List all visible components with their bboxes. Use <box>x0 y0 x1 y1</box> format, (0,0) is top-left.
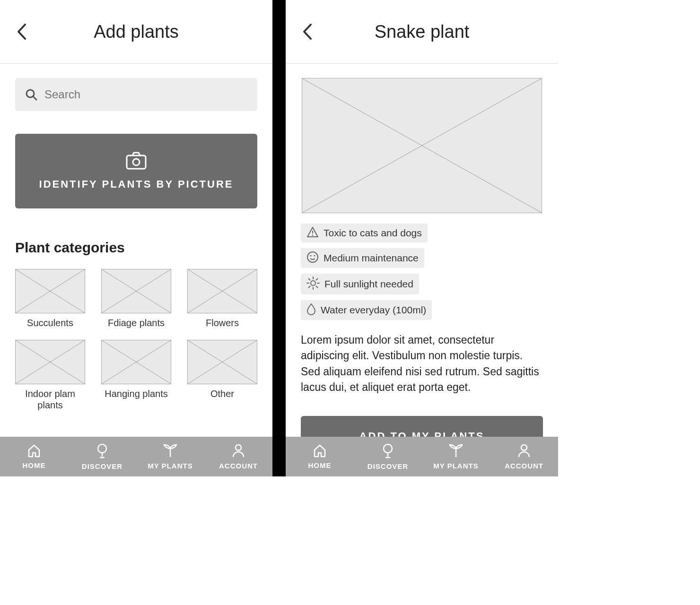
home-icon <box>27 444 41 459</box>
category-label: Flowers <box>206 317 239 328</box>
person-icon <box>518 444 530 460</box>
category-image-placeholder <box>15 340 85 384</box>
nav-item-account[interactable]: ACCOUNT <box>204 437 272 476</box>
nav-label: MY PLANTS <box>148 462 192 470</box>
bulb-icon <box>382 443 394 460</box>
nav-label: HOME <box>23 461 46 469</box>
svg-point-28 <box>311 281 315 285</box>
nav-item-my-plants[interactable]: MY PLANTS <box>422 437 490 476</box>
screen-add-plants: Add plants IDENTIFY PLANTS BY PICTURE Pl… <box>0 0 272 476</box>
search-bar[interactable] <box>15 78 257 111</box>
chip-label: Toxic to cats and dogs <box>324 227 422 239</box>
search-input[interactable] <box>44 88 248 101</box>
warning-icon <box>306 226 319 240</box>
plant-photo-placeholder <box>302 78 542 213</box>
chevron-left-icon <box>16 23 28 41</box>
bulb-icon <box>96 443 108 460</box>
nav-item-discover[interactable]: DISCOVER <box>354 437 422 476</box>
category-label: Fdiage plants <box>108 317 165 328</box>
category-label: Succulents <box>27 317 73 328</box>
bottom-nav: HOMEDISCOVERMY PLANTSACCOUNT <box>286 437 558 476</box>
category-label: Other <box>210 388 234 399</box>
info-chips: Toxic to cats and dogsMedium maintenance… <box>301 224 543 320</box>
nav-item-my-plants[interactable]: MY PLANTS <box>136 437 204 476</box>
svg-point-37 <box>384 444 392 453</box>
svg-line-1 <box>33 96 36 100</box>
plant-description: Lorem ipsum dolor sit amet, consectetur … <box>301 332 543 395</box>
sun-icon <box>306 277 320 292</box>
chip-label: Full sunlight needed <box>324 278 413 290</box>
category-item[interactable]: Other <box>187 340 257 411</box>
bottom-nav: HOMEDISCOVERMY PLANTSACCOUNT <box>0 437 272 476</box>
identify-by-picture-button[interactable]: IDENTIFY PLANTS BY PICTURE <box>15 134 257 208</box>
svg-line-33 <box>309 279 310 280</box>
category-item[interactable]: Succulents <box>15 269 85 328</box>
category-image-placeholder <box>101 340 171 384</box>
category-item[interactable]: Flowers <box>187 269 257 328</box>
nav-label: DISCOVER <box>368 462 408 470</box>
home-icon <box>313 444 327 459</box>
nav-label: ACCOUNT <box>219 462 258 470</box>
nav-label: ACCOUNT <box>505 462 543 470</box>
nav-label: DISCOVER <box>82 462 122 470</box>
svg-point-3 <box>133 159 140 165</box>
page-title: Snake plant <box>286 22 558 42</box>
category-item[interactable]: Fdiage plants <box>101 269 171 328</box>
category-image-placeholder <box>187 340 257 384</box>
svg-point-25 <box>307 252 318 262</box>
category-image-placeholder <box>101 269 171 313</box>
add-button-label: ADD TO MY PLANTS <box>359 430 485 437</box>
svg-line-34 <box>316 286 318 288</box>
category-image-placeholder <box>15 269 85 313</box>
back-button[interactable] <box>11 21 32 42</box>
svg-point-26 <box>310 255 312 257</box>
chip-label: Medium maintenance <box>324 252 419 264</box>
svg-point-24 <box>312 234 314 236</box>
info-chip: Medium maintenance <box>301 248 424 268</box>
nav-item-account[interactable]: ACCOUNT <box>490 437 558 476</box>
identify-button-label: IDENTIFY PLANTS BY PICTURE <box>39 178 234 190</box>
add-to-my-plants-button[interactable]: ADD TO MY PLANTS <box>301 416 543 437</box>
nav-item-home[interactable]: HOME <box>0 437 68 476</box>
sprout-icon <box>162 444 178 460</box>
sprout-icon <box>448 444 464 460</box>
categories-grid: SucculentsFdiage plantsFlowersIndoor pla… <box>15 269 257 411</box>
nav-label: HOME <box>308 461 332 469</box>
svg-point-16 <box>98 444 106 453</box>
svg-rect-2 <box>127 156 146 169</box>
screen-plant-detail: Snake plant Toxic to cats and dogsMedium… <box>286 0 558 476</box>
header: Add plants <box>0 0 272 64</box>
svg-line-36 <box>309 286 310 288</box>
category-image-placeholder <box>187 269 257 313</box>
chevron-left-icon <box>301 23 314 41</box>
content: Toxic to cats and dogsMedium maintenance… <box>286 64 558 437</box>
category-item[interactable]: Indoor plam plants <box>15 340 85 411</box>
person-icon <box>232 444 245 460</box>
search-icon <box>25 88 38 101</box>
svg-line-35 <box>316 279 318 280</box>
nav-label: MY PLANTS <box>433 462 478 470</box>
svg-point-20 <box>236 445 241 450</box>
info-chip: Full sunlight needed <box>301 274 419 294</box>
info-chip: Toxic to cats and dogs <box>301 224 428 242</box>
plant-categories-heading: Plant categories <box>15 240 257 256</box>
category-label: Hanging plants <box>105 388 167 399</box>
info-chip: Water everyday (100ml) <box>301 300 432 320</box>
category-item[interactable]: Hanging plants <box>101 340 171 411</box>
camera-icon <box>126 152 147 170</box>
content: IDENTIFY PLANTS BY PICTURE Plant categor… <box>0 64 272 437</box>
smile-icon <box>306 251 319 265</box>
header: Snake plant <box>286 0 558 64</box>
page-title: Add plants <box>0 22 272 42</box>
nav-item-discover[interactable]: DISCOVER <box>68 437 136 476</box>
chip-label: Water everyday (100ml) <box>321 304 426 316</box>
droplet-icon <box>306 303 316 317</box>
svg-point-41 <box>521 445 527 450</box>
back-button[interactable] <box>297 21 318 42</box>
nav-item-home[interactable]: HOME <box>286 437 354 476</box>
svg-point-27 <box>314 255 315 257</box>
category-label: Indoor plam plants <box>15 388 85 411</box>
